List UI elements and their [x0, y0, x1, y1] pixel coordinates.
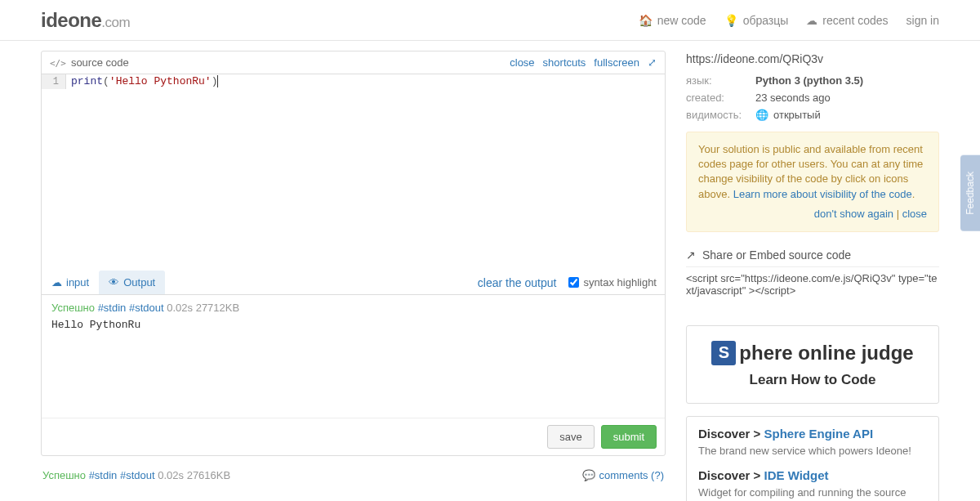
nav-signin[interactable]: sign in — [906, 14, 939, 27]
cloud-icon: ☁ — [806, 14, 817, 27]
visibility-notice: Your solution is public and available fr… — [686, 132, 939, 232]
learn-more-link[interactable]: Learn more about visibility of the code — [733, 188, 912, 200]
nav-recent[interactable]: ☁ recent codes — [806, 14, 888, 27]
meta-val-created: 23 seconds ago — [755, 92, 831, 104]
comments-label: comments (?) — [599, 469, 664, 481]
share-header: ↗ Share or Embed source code — [686, 248, 939, 267]
source-code-panel: source code close shortcuts fullscreen ⤢… — [41, 51, 666, 456]
promo[interactable]: S phere online judge Learn How to Code — [686, 325, 939, 404]
status-meta: 0.02s 27712KB — [167, 302, 239, 314]
meta-label-created: created: — [686, 92, 755, 104]
discover-text: The brand new service which powers Ideon… — [698, 444, 927, 459]
actions: save submit — [42, 418, 665, 455]
tab-label: Output — [123, 276, 155, 289]
tabs: ☁ input 👁 Output clear the output syntax… — [42, 271, 665, 295]
discover-text: Widget for compiling and running the sou… — [698, 485, 927, 501]
nav-label: new code — [657, 14, 706, 27]
logo-main: ideone — [41, 9, 101, 31]
nav-new-code[interactable]: 🏠 new code — [639, 14, 706, 27]
status-success: Успешно — [51, 302, 95, 314]
syntax-highlight-toggle[interactable]: syntax highlight — [568, 276, 657, 289]
status-success: Успешно — [42, 469, 86, 481]
discover-box: Discover > Sphere Engine API The brand n… — [686, 416, 939, 501]
logo-domain: .com — [101, 15, 130, 30]
meta-val-lang: Python 3 (python 3.5) — [755, 74, 863, 87]
embed-code[interactable]: <script src="https://ideone.com/e.js/QRi… — [686, 272, 939, 305]
code-editor[interactable]: 1 print('Hello PythonRu') — [42, 74, 665, 271]
discover-prefix: Discover > — [698, 468, 764, 482]
shortcuts-link[interactable]: shortcuts — [543, 56, 586, 69]
cloud-icon: ☁ — [51, 276, 62, 289]
stdin-link[interactable]: #stdin — [89, 469, 118, 481]
bulb-icon: 💡 — [724, 14, 738, 27]
meta-label-visibility: видимость: — [686, 109, 755, 121]
close-link[interactable]: close — [510, 56, 534, 69]
fullscreen-icon[interactable]: ⤢ — [648, 56, 657, 69]
globe-icon: 🌐 — [755, 109, 768, 121]
nav: 🏠 new code 💡 образцы ☁ recent codes sign… — [639, 14, 939, 27]
promo-logo-text: phere online judge — [739, 342, 913, 365]
discover-prefix: Discover > — [698, 427, 764, 441]
visibility-text: открытый — [773, 109, 821, 121]
share-icon: ↗ — [686, 248, 696, 262]
comments-link[interactable]: 💬 comments (?) — [582, 469, 664, 481]
logo[interactable]: ideone.com — [41, 9, 130, 32]
output-text: Hello PythonRu — [51, 319, 655, 331]
eye-icon: 👁 — [109, 276, 119, 289]
panel-title: source code — [71, 56, 129, 69]
line-number: 1 — [42, 74, 66, 89]
discover-link-widget[interactable]: IDE Widget — [764, 468, 828, 482]
comment-icon: 💬 — [582, 469, 595, 481]
code-content: print('Hello PythonRu') — [66, 74, 665, 89]
tab-output[interactable]: 👁 Output — [99, 271, 165, 294]
status-meta: 0.02s 27616KB — [158, 469, 230, 481]
home-icon: 🏠 — [639, 14, 653, 27]
stdout-link[interactable]: #stdout — [120, 469, 155, 481]
clear-output-link[interactable]: clear the output — [478, 276, 557, 289]
feedback-tab[interactable]: Feedback — [960, 155, 980, 231]
output-body: Успешно #stdin #stdout 0.02s 27712KB Hel… — [42, 295, 665, 418]
syntax-checkbox[interactable] — [568, 277, 579, 288]
stdout-link[interactable]: #stdout — [129, 302, 164, 314]
code-icon — [50, 56, 66, 69]
fullscreen-link[interactable]: fullscreen — [594, 56, 639, 69]
meta-label-lang: язык: — [686, 74, 755, 87]
promo-subtitle: Learn How to Code — [697, 372, 929, 388]
tab-input[interactable]: ☁ input — [42, 271, 99, 294]
share-url[interactable]: https://ideone.com/QRiQ3v — [686, 51, 939, 72]
nav-samples[interactable]: 💡 образцы — [724, 14, 789, 27]
close-notice-link[interactable]: close — [902, 208, 927, 220]
tab-label: input — [66, 276, 89, 289]
dont-show-link[interactable]: don't show again — [814, 208, 893, 220]
header: ideone.com 🏠 new code 💡 образцы ☁ recent… — [0, 0, 980, 41]
submit-button[interactable]: submit — [601, 425, 657, 449]
discover-link-api[interactable]: Sphere Engine API — [764, 427, 873, 441]
spoj-s-icon: S — [711, 341, 736, 365]
checkbox-label: syntax highlight — [583, 276, 657, 289]
save-button[interactable]: save — [547, 425, 594, 449]
stdin-link[interactable]: #stdin — [98, 302, 127, 314]
nav-label: образцы — [743, 14, 789, 27]
nav-label: sign in — [906, 14, 939, 27]
meta-val-visibility: 🌐 открытый — [755, 109, 821, 121]
nav-label: recent codes — [822, 14, 888, 27]
summary-line: Успешно #stdin #stdout 0.02s 27616KB 💬 c… — [41, 466, 666, 485]
share-title: Share or Embed source code — [702, 248, 851, 262]
